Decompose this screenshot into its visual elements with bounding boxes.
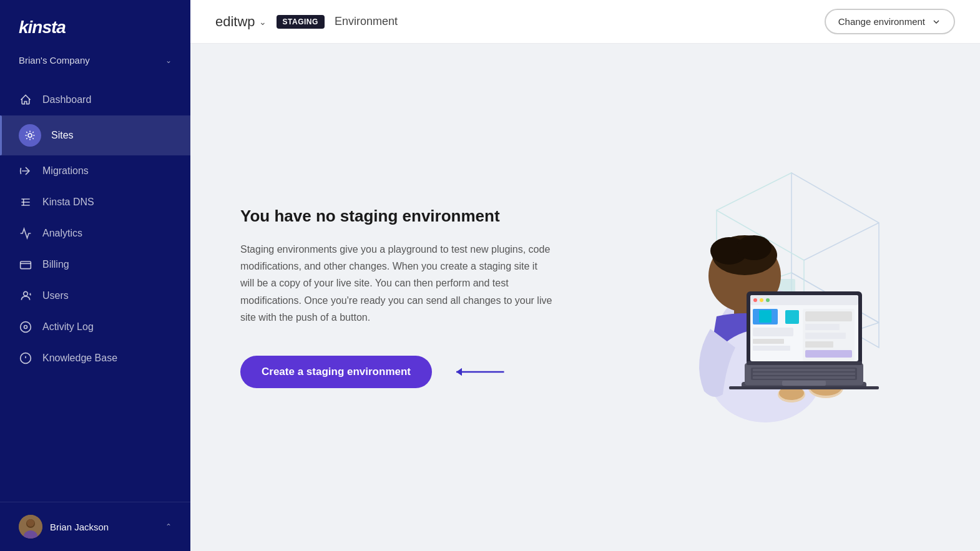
svg-rect-36 (753, 373, 855, 375)
arrow-left-icon (451, 363, 507, 381)
sidebar-footer[interactable]: Brian Jackson ⌃ (0, 502, 190, 551)
top-bar: editwp ⌄ STAGING Environment Change envi… (190, 0, 980, 44)
sidebar-item-label: Migrations (42, 165, 89, 177)
svg-point-2 (24, 291, 28, 296)
staging-badge: STAGING (277, 15, 325, 29)
chevron-down-icon (931, 17, 941, 27)
svg-rect-1 (21, 261, 31, 269)
sidebar-item-knowledge-base[interactable]: Knowledge Base (0, 343, 190, 374)
breadcrumb: editwp ⌄ STAGING Environment (215, 14, 398, 30)
svg-rect-47 (759, 310, 772, 323)
logo-area: kinsta (0, 0, 190, 50)
site-name: editwp (215, 14, 255, 30)
page-heading: You have no staging environment (240, 207, 552, 226)
svg-point-45 (766, 298, 770, 302)
site-selector[interactable]: editwp ⌄ (215, 14, 267, 30)
page-description: Staging environments give you a playgrou… (240, 241, 552, 326)
content-area: You have no staging environment Staging … (190, 44, 980, 551)
svg-point-3 (21, 322, 31, 333)
main-content: editwp ⌄ STAGING Environment Change envi… (190, 0, 980, 551)
company-name: Brian's Company (19, 55, 90, 66)
svg-rect-32 (729, 386, 879, 389)
svg-line-15 (717, 173, 791, 210)
dns-icon (19, 195, 32, 209)
svg-rect-57 (805, 350, 852, 358)
sidebar-item-activity-log[interactable]: Activity Log (0, 311, 190, 343)
sidebar-item-label: Sites (51, 130, 74, 141)
svg-point-0 (28, 134, 32, 137)
sidebar-item-label: Kinsta DNS (42, 197, 94, 208)
environment-label: Environment (335, 15, 398, 28)
svg-rect-50 (753, 346, 790, 351)
billing-icon (19, 258, 32, 271)
site-chevron-down-icon: ⌄ (259, 17, 267, 27)
svg-point-24 (737, 235, 772, 260)
sidebar-item-label: Analytics (42, 228, 82, 239)
content-text: You have no staging environment Staging … (240, 207, 552, 388)
sidebar-nav: Dashboard Sites Migrations (0, 78, 190, 502)
analytics-icon (19, 227, 32, 240)
sidebar-item-label: Billing (42, 259, 69, 270)
sidebar-item-users[interactable]: Users (0, 280, 190, 311)
sidebar-item-dashboard[interactable]: Dashboard (0, 84, 190, 115)
svg-rect-38 (782, 381, 826, 386)
svg-rect-40 (747, 361, 862, 365)
knowledge-icon (19, 351, 32, 365)
company-chevron-down-icon: ⌄ (165, 56, 172, 65)
sidebar-item-label: Users (42, 290, 69, 301)
sidebar-item-sites[interactable]: Sites (0, 115, 190, 155)
svg-point-9 (27, 519, 34, 527)
create-staging-button[interactable]: Create a staging environment (240, 356, 432, 388)
sidebar-item-billing[interactable]: Billing (0, 249, 190, 280)
svg-rect-53 (805, 311, 852, 321)
svg-point-44 (760, 298, 763, 302)
cta-row: Create a staging environment (240, 356, 552, 388)
svg-rect-49 (753, 339, 784, 344)
company-selector[interactable]: Brian's Company ⌄ (0, 50, 190, 78)
users-icon (19, 289, 32, 303)
sidebar-item-label: Dashboard (42, 94, 91, 105)
sidebar: kinsta Brian's Company ⌄ Dashboard (0, 0, 190, 551)
sidebar-item-migrations[interactable]: Migrations (0, 155, 190, 187)
svg-rect-55 (805, 333, 846, 339)
avatar (19, 515, 42, 539)
illustration (577, 154, 930, 441)
sidebar-item-analytics[interactable]: Analytics (0, 218, 190, 249)
svg-rect-48 (753, 328, 793, 336)
svg-marker-11 (456, 368, 462, 376)
svg-point-43 (753, 298, 757, 302)
change-env-label: Change environment (838, 16, 925, 27)
user-name: Brian Jackson (50, 522, 109, 532)
change-environment-button[interactable]: Change environment (825, 9, 955, 34)
svg-rect-56 (805, 341, 833, 348)
arrow-indicator (451, 363, 507, 381)
svg-line-17 (804, 223, 879, 260)
activity-icon (19, 320, 32, 334)
home-icon (19, 93, 32, 107)
svg-rect-37 (753, 376, 855, 379)
logo: kinsta (19, 17, 172, 37)
user-chevron-up-icon: ⌃ (165, 522, 172, 531)
svg-rect-51 (785, 310, 799, 324)
svg-rect-35 (753, 369, 855, 371)
sidebar-item-kinsta-dns[interactable]: Kinsta DNS (0, 187, 190, 218)
sidebar-item-label: Activity Log (42, 321, 94, 333)
sidebar-item-label: Knowledge Base (42, 353, 117, 364)
svg-point-4 (24, 326, 27, 329)
sites-icon (19, 124, 41, 147)
staging-illustration (592, 154, 916, 441)
svg-rect-54 (805, 324, 840, 330)
user-info: Brian Jackson (19, 515, 109, 539)
migrations-icon (19, 164, 32, 178)
